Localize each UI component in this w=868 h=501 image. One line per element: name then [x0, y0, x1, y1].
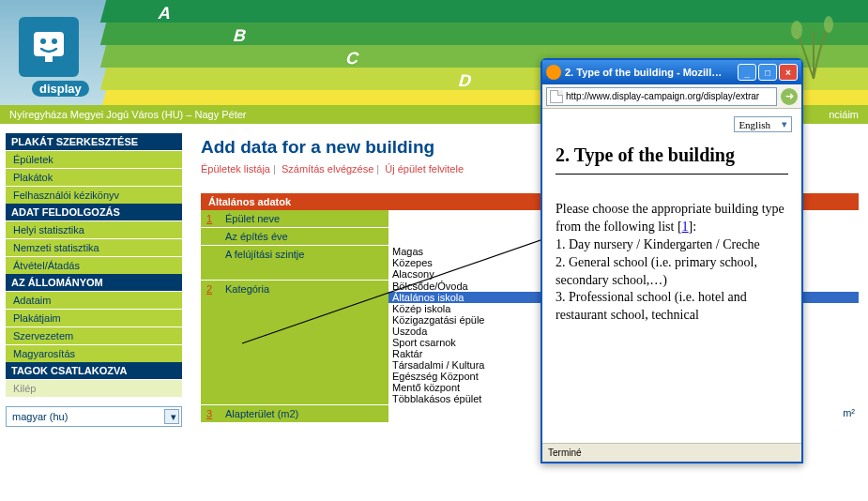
context-right[interactable]: nciáim	[829, 109, 859, 120]
footnote-link[interactable]: 1	[682, 220, 689, 234]
sidebar-item-epuletek[interactable]: Épületek	[6, 150, 182, 168]
brand-name: display	[32, 81, 89, 97]
firefox-icon	[546, 65, 561, 80]
svg-point-5	[824, 16, 833, 33]
sidebar-group: AZ ÁLLOMÁNYOM Adataim Plakátjaim Szervez…	[6, 274, 182, 362]
popup-language-select[interactable]: English ▾	[734, 116, 792, 132]
popup-heading: 2. Type of the building	[556, 144, 788, 166]
context-left: Nyíregyháza Megyei Jogú Város (HU) – Nag…	[9, 109, 247, 120]
go-button[interactable]: ➜	[781, 88, 798, 105]
row-label: Alapterület (m2)	[220, 405, 388, 423]
sidebar-group: PLAKÁT SZERKESZTÉSE Épületek Plakátok Fe…	[6, 133, 182, 204]
band-letter: B	[232, 26, 250, 46]
minimize-button[interactable]: _	[738, 64, 756, 81]
page-icon	[550, 90, 563, 103]
sidebar-group: TAGOK CSATLAKOZVA Kilép	[6, 362, 182, 397]
svg-point-4	[791, 21, 802, 39]
popup-body: English ▾ 2. Type of the building Please…	[542, 109, 801, 443]
close-button[interactable]: ×	[779, 64, 798, 81]
maximize-button[interactable]: □	[758, 64, 777, 81]
sidebar-group: ADAT FELDOLGOZÁS Helyi statisztika Nemze…	[6, 204, 182, 274]
sidebar-item-mydata[interactable]: Adataim	[6, 291, 182, 309]
popup-list-item: 1. Day nursery / Kindergarten / Creche	[556, 237, 760, 251]
chevron-down-icon[interactable]: ▾	[782, 118, 787, 130]
language-select[interactable]: magyar (hu) ▾	[6, 406, 182, 427]
popup-language-value: English	[739, 119, 770, 130]
sidebar-item-localise[interactable]: Magyarosítás	[6, 344, 182, 362]
rating-band-a: A	[100, 0, 868, 23]
sidebar-header-adat: ADAT FELDOLGOZÁS	[6, 204, 182, 220]
status-text: Terminé	[548, 448, 582, 458]
status-bar: Terminé	[542, 443, 801, 462]
display-icon	[30, 28, 68, 66]
sidebar: PLAKÁT SZERKESZTÉSE Épületek Plakátok Fe…	[0, 124, 188, 436]
sidebar-item-localstats[interactable]: Helyi statisztika	[6, 220, 182, 238]
band-letter: D	[457, 71, 475, 91]
row-label: Az építés éve	[220, 228, 388, 246]
row-label: A felújítási szintje	[220, 246, 388, 281]
popup-list-item: 2. General school (i.e. primary school, …	[556, 255, 757, 287]
sidebar-item-org[interactable]: Szervezetem	[6, 326, 182, 344]
rating-band-b: B	[100, 23, 868, 45]
url-text: http://www.display-campaign.org/display/…	[566, 91, 759, 101]
popup-list-item: 3. Professional school (i.e. hotel and r…	[556, 290, 747, 322]
brand-logo[interactable]	[19, 17, 79, 77]
crumb-link[interactable]: Épületek listája	[201, 163, 270, 175]
language-value: magyar (hu)	[8, 411, 68, 422]
popup-text: Please choose the appropriate building t…	[556, 201, 788, 325]
sidebar-item-manual[interactable]: Felhasználói kézikönyv	[6, 186, 182, 204]
window-title: 2. Type of the building - Mozill…	[565, 67, 736, 78]
help-popup-window: 2. Type of the building - Mozill… _ □ × …	[541, 58, 803, 463]
window-titlebar[interactable]: 2. Type of the building - Mozill… _ □ ×	[542, 60, 801, 84]
divider	[556, 174, 788, 175]
popup-intro-end: ]:	[689, 220, 697, 234]
svg-point-1	[40, 38, 46, 44]
chevron-down-icon[interactable]: ▾	[164, 409, 179, 424]
row-num[interactable]: 3	[201, 405, 220, 423]
svg-point-2	[52, 38, 57, 44]
row-label: Épület neve	[220, 210, 388, 228]
crumb-link[interactable]: Számítás elvégzése	[282, 163, 373, 175]
sidebar-header-members: TAGOK CSATLAKOZVA	[6, 362, 182, 379]
band-letter: C	[344, 49, 362, 68]
sidebar-header-plakat: PLAKÁT SZERKESZTÉSE	[6, 133, 182, 150]
row-num	[201, 246, 220, 281]
svg-rect-3	[45, 56, 53, 62]
address-bar: http://www.display-campaign.org/display/…	[542, 84, 801, 109]
sidebar-item-logout[interactable]: Kilép	[6, 379, 182, 397]
unit-label: m²	[843, 407, 855, 418]
popup-intro: Please choose the appropriate building t…	[556, 202, 784, 234]
row-label: Kategória	[220, 281, 388, 405]
crumb-link[interactable]: Új épület felvitele	[385, 163, 464, 175]
sidebar-header-allomany: AZ ÁLLOMÁNYOM	[6, 274, 182, 291]
sidebar-item-plakatok[interactable]: Plakátok	[6, 168, 182, 186]
url-input[interactable]: http://www.display-campaign.org/display/…	[546, 87, 777, 106]
sidebar-item-myposters[interactable]: Plakátjaim	[6, 309, 182, 326]
row-num[interactable]: 1	[201, 210, 220, 228]
sidebar-item-natstats[interactable]: Nemzeti statisztika	[6, 238, 182, 256]
band-letter: A	[157, 4, 175, 23]
row-num	[201, 228, 220, 246]
row-num[interactable]: 2	[201, 281, 220, 405]
sidebar-item-transfer[interactable]: Átvétel/Átadás	[6, 256, 182, 274]
